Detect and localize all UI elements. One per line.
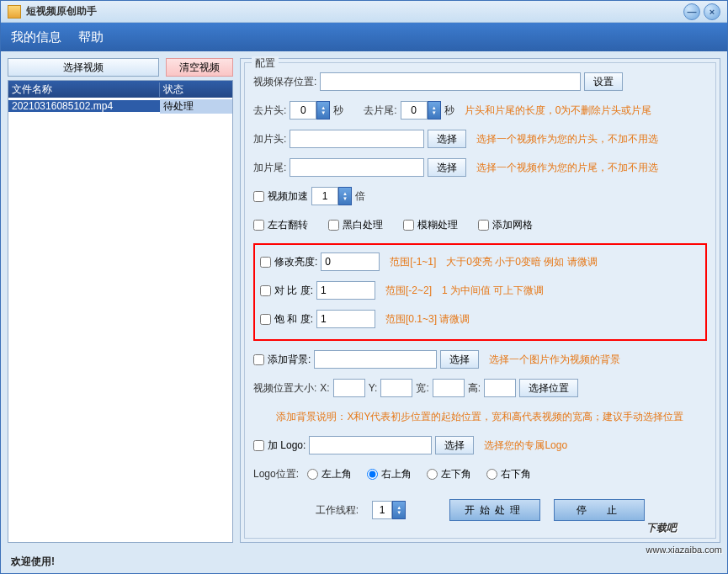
trim-tail-value[interactable] [401,101,428,120]
cell-status: 待处理 [160,99,232,114]
times-label: 倍 [355,189,365,204]
col-status: 状态 [160,82,232,97]
speed-checkbox[interactable]: 视频加速 [253,189,308,204]
logo-pos-label: Logo位置: [253,467,299,481]
add-head-label: 加片头: [253,132,286,146]
speed-value[interactable] [311,187,338,205]
threads-value[interactable] [372,501,392,519]
w-input[interactable] [433,379,465,397]
close-button[interactable]: × [704,3,720,20]
window-title: 短视频原创助手 [26,4,97,19]
set-button[interactable]: 设置 [584,72,623,91]
threads-spinner[interactable]: ▲▼ [372,501,406,519]
statusbar: 欢迎使用! [1,550,727,573]
config-legend: 配置 [252,56,279,71]
select-pos-button[interactable]: 选择位置 [519,379,578,397]
choose-bg-button[interactable]: 选择 [440,350,479,369]
minimize-button[interactable]: — [683,3,700,20]
x-input[interactable] [333,379,365,397]
logo-hint: 选择您的专属Logo [484,438,567,453]
choose-head-button[interactable]: 选择 [428,130,466,148]
chevron-updown-icon[interactable]: ▲▼ [316,101,330,120]
titlebar: 短视频原创助手 — × [1,1,727,23]
saturate-input[interactable] [316,310,375,328]
save-path-input[interactable] [320,72,581,91]
trim-head-label: 去片头: [253,104,286,118]
radio-lt[interactable]: 左上角 [307,467,352,481]
logo-input[interactable] [309,436,432,454]
speed-spinner[interactable]: ▲▼ [311,187,352,205]
saturate-checkbox[interactable]: 饱 和 度: [260,312,313,327]
trim-tail-spinner[interactable]: ▲▼ [401,101,441,120]
saturate-hint: 范围[0.1~3] 请微调 [385,312,470,327]
status-text: 欢迎使用! [11,555,55,569]
start-button[interactable]: 开始处理 [449,499,540,521]
add-tail-hint: 选择一个视频作为您的片尾，不加不用选 [476,161,658,175]
choose-logo-button[interactable]: 选择 [435,436,474,454]
chevron-updown-icon[interactable]: ▲▼ [338,187,352,205]
app-icon [8,5,21,19]
main-window: 短视频原创助手 — × 我的信息 帮助 选择视频 清空视频 文件名称 状态 20… [0,0,728,574]
col-filename: 文件名称 [8,82,160,97]
add-tail-label: 加片尾: [253,161,286,175]
contrast-input[interactable] [316,281,375,300]
table-row[interactable]: 20210316085102.mp4 待处理 [8,98,232,114]
contrast-checkbox[interactable]: 对 比 度: [260,284,313,298]
stop-button[interactable]: 停 止 [554,499,645,521]
save-path-label: 视频保存位置: [253,75,316,89]
bw-checkbox[interactable]: 黑白处理 [328,218,383,232]
clear-video-button[interactable]: 清空视频 [166,58,233,77]
bg-checkbox[interactable]: 添加背景: [253,353,311,367]
w-label: 宽: [416,381,428,396]
sec2: 秒 [444,104,454,118]
bg-input[interactable] [314,350,437,369]
h-label: 高: [468,381,481,396]
x-label: X: [320,382,329,394]
grid-checkbox[interactable]: 添加网格 [478,218,533,232]
trim-head-spinner[interactable]: ▲▼ [290,101,330,120]
brightness-hint: 范围[-1~1] 大于0变亮 小于0变暗 例如 请微调 [390,255,597,269]
brightness-checkbox[interactable]: 修改亮度: [260,255,317,269]
config-panel: 配置 视频保存位置: 设置 去片头: ▲▼ 秒 去片尾: [240,58,720,543]
select-video-button[interactable]: 选择视频 [8,58,159,77]
bg-note: 添加背景说明：X和Y代表初步位置的起始位置，宽和高代表视频的宽高；建议手动选择位… [276,410,683,424]
add-head-hint: 选择一个视频作为您的片头，不加不用选 [476,132,658,146]
adjustments-box: 修改亮度: 范围[-1~1] 大于0变亮 小于0变暗 例如 请微调 对 比 度:… [253,243,707,341]
pos-size-label: 视频位置大小: [253,381,316,396]
contrast-hint: 范围[-2~2] 1 为中间值 可上下微调 [385,284,544,298]
bg-hint: 选择一个图片作为视频的背景 [489,353,620,367]
threads-label: 工作线程: [316,503,359,518]
menubar: 我的信息 帮助 [1,23,727,51]
y-input[interactable] [380,379,412,397]
radio-lb[interactable]: 左下角 [427,467,471,481]
logo-checkbox[interactable]: 加 Logo: [253,438,306,453]
add-head-input[interactable] [290,130,424,148]
sec1: 秒 [333,104,343,118]
h-input[interactable] [484,379,516,397]
chevron-updown-icon[interactable]: ▲▼ [428,101,441,120]
y-label: Y: [369,382,378,394]
radio-rb[interactable]: 右下角 [486,467,531,481]
cell-filename: 20210316085102.mp4 [8,100,160,112]
menu-myinfo[interactable]: 我的信息 [11,29,61,45]
add-tail-input[interactable] [290,158,424,177]
trim-tail-label: 去片尾: [364,104,396,118]
blur-checkbox[interactable]: 模糊处理 [403,218,458,232]
chevron-updown-icon[interactable]: ▲▼ [392,501,406,519]
flip-checkbox[interactable]: 左右翻转 [253,218,308,232]
radio-rt[interactable]: 右上角 [367,467,412,481]
menu-help[interactable]: 帮助 [78,29,104,45]
brightness-input[interactable] [321,252,380,271]
file-table: 文件名称 状态 20210316085102.mp4 待处理 [8,80,233,543]
trim-hint: 片头和片尾的长度，0为不删除片头或片尾 [465,104,652,118]
trim-head-value[interactable] [290,101,316,120]
left-panel: 选择视频 清空视频 文件名称 状态 20210316085102.mp4 待处理 [8,58,233,543]
choose-tail-button[interactable]: 选择 [428,158,466,177]
